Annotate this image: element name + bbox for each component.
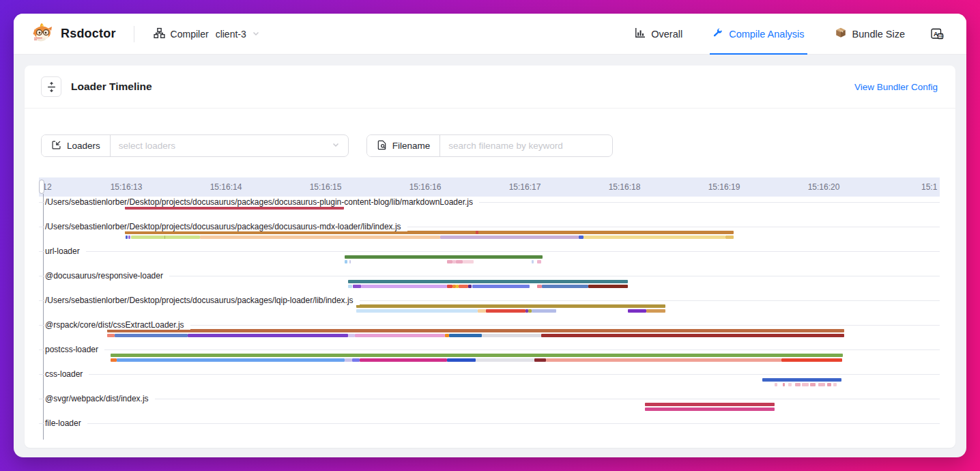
loaders-select[interactable]: select loaders [111, 135, 348, 156]
loader-span-bar[interactable] [126, 235, 128, 239]
rsdoctor-logo-icon [31, 23, 55, 46]
loader-span-bar[interactable] [447, 260, 452, 263]
axis-tick: 15:16:20 [808, 182, 840, 192]
loader-span-bar[interactable] [646, 309, 665, 313]
loader-span-bar[interactable] [468, 285, 472, 288]
loader-span-bar[interactable] [360, 358, 447, 362]
loader-span-bar[interactable] [775, 383, 777, 386]
loader-span-bar[interactable] [537, 285, 542, 288]
nav-item-bundle-size[interactable]: Bundle Size [835, 14, 905, 55]
chevron-down-icon [332, 141, 340, 151]
loader-span-bar[interactable] [128, 235, 130, 239]
loader-span-bar[interactable] [356, 304, 665, 308]
loader-span-bar[interactable] [542, 285, 588, 288]
vertical-align-icon[interactable] [41, 76, 61, 97]
row-gridline [39, 349, 940, 350]
axis-tick: 15:16:18 [609, 182, 641, 192]
loader-span-bar[interactable] [449, 334, 482, 337]
loader-span-bar[interactable] [472, 285, 530, 288]
loader-span-bar[interactable] [534, 358, 546, 362]
loader-span-bar[interactable] [482, 334, 541, 337]
filename-field [440, 135, 612, 156]
loader-span-bar[interactable] [546, 358, 781, 362]
loader-span-bar[interactable] [788, 383, 792, 386]
loader-span-bar[interactable] [818, 383, 825, 386]
loader-span-bar[interactable] [117, 358, 345, 362]
loader-span-bar[interactable] [353, 285, 361, 288]
loader-span-bar[interactable] [588, 285, 628, 288]
row-gridline [39, 423, 940, 424]
loader-span-bar[interactable] [476, 358, 534, 362]
loader-span-bar[interactable] [537, 260, 541, 263]
loader-span-bar[interactable] [352, 358, 360, 362]
row-label: url-loader [45, 246, 86, 256]
loader-span-bar[interactable] [802, 383, 809, 386]
axis-tick: 15:16:19 [708, 182, 740, 192]
loader-span-bar[interactable] [827, 383, 831, 386]
loader-span-bar[interactable] [486, 309, 525, 313]
compiler-switcher[interactable]: Compiler client-3 [154, 27, 260, 41]
loader-span-bar[interactable] [532, 260, 534, 263]
loader-span-bar[interactable] [459, 285, 468, 288]
view-bundler-config-link[interactable]: View Bundler Config [854, 82, 938, 92]
loader-span-bar[interactable] [456, 260, 463, 263]
loader-span-bar[interactable] [781, 358, 842, 362]
loader-span-bar[interactable] [115, 334, 188, 337]
row-label: postcss-loader [45, 345, 104, 354]
loader-span-bar[interactable] [833, 383, 837, 386]
loader-span-bar[interactable] [628, 309, 646, 313]
panel-header: Loader Timeline View Bundler Config [25, 66, 955, 109]
loader-span-bar[interactable] [356, 309, 478, 313]
main-nav: Overall Compile Analysis [635, 14, 905, 55]
filename-input[interactable] [448, 141, 604, 151]
loader-span-bar[interactable] [583, 235, 725, 239]
loader-span-bar[interactable] [200, 235, 440, 239]
brush-handle[interactable] [39, 180, 44, 194]
loader-span-bar[interactable] [361, 285, 447, 288]
loader-span-bar[interactable] [810, 383, 816, 386]
translate-icon[interactable]: A 中 [928, 25, 946, 43]
loader-span-bar[interactable] [348, 334, 355, 337]
loader-span-bar[interactable] [107, 329, 844, 332]
loader-span-bar[interactable] [349, 260, 351, 263]
loader-span-bar[interactable] [579, 235, 583, 239]
loader-span-bar[interactable] [164, 235, 165, 239]
row-label: /Users/sebastienlorber/Desktop/projects/… [45, 197, 479, 207]
nav-item-compile-analysis[interactable]: Compile Analysis [712, 14, 804, 55]
loader-span-bar[interactable] [447, 358, 476, 362]
loader-span-bar[interactable] [440, 235, 579, 239]
loader-span-bar[interactable] [348, 285, 352, 288]
loader-span-bar[interactable] [463, 260, 474, 263]
loader-span-bar[interactable] [541, 334, 844, 337]
loader-span-bar[interactable] [345, 358, 352, 362]
loader-span-bar[interactable] [107, 334, 115, 337]
time-axis[interactable]: :1215:16:1315:16:1415:16:1515:16:1615:16… [39, 177, 940, 197]
nav-label: Bundle Size [852, 29, 905, 40]
timeline-row: url-loader [39, 246, 940, 270]
loader-span-bar[interactable] [111, 354, 843, 357]
loader-span-bar[interactable] [345, 260, 347, 263]
loader-span-bar[interactable] [478, 309, 486, 313]
loader-span-bar[interactable] [188, 334, 348, 337]
loader-span-bar[interactable] [762, 378, 841, 382]
loader-span-bar[interactable] [447, 285, 452, 288]
axis-tick: 15:1 [921, 182, 937, 192]
loader-span-bar[interactable] [795, 383, 801, 386]
loader-span-bar[interactable] [476, 231, 478, 234]
axis-tick: 15:16:16 [409, 182, 442, 192]
loader-timeline-chart: :1215:16:1315:16:1415:16:1515:16:1615:16… [39, 177, 940, 442]
compiler-icon [154, 27, 165, 41]
loader-span-bar[interactable] [725, 235, 734, 239]
loader-span-bar[interactable] [345, 255, 543, 259]
nav-item-overall[interactable]: Overall [635, 14, 682, 55]
loader-span-bar[interactable] [532, 309, 556, 313]
loader-span-bar[interactable] [355, 334, 445, 337]
loader-span-bar[interactable] [783, 383, 785, 386]
row-label: @rspack/core/dist/cssExtractLoader.js [45, 320, 190, 330]
loader-span-bar[interactable] [131, 235, 200, 239]
brand[interactable]: Rsdoctor [31, 23, 116, 46]
loader-span-bar[interactable] [645, 403, 775, 406]
loader-span-bar[interactable] [645, 408, 775, 411]
loader-span-bar[interactable] [111, 358, 117, 362]
loader-span-bar[interactable] [348, 280, 628, 283]
